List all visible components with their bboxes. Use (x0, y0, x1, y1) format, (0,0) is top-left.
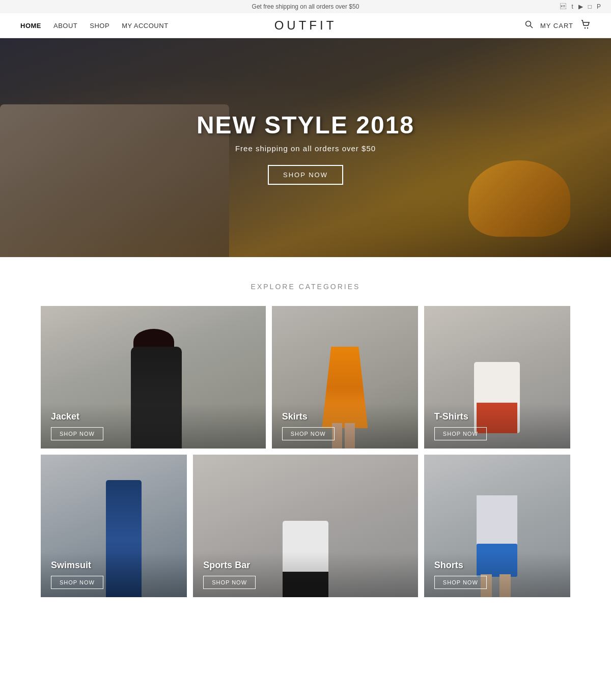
hero-cloth-deco (0, 104, 229, 257)
facebook-icon[interactable]:  (560, 3, 566, 10)
shorts-top (477, 495, 517, 546)
svg-point-0 (525, 21, 531, 26)
category-info-sportsbar: Sports Bar SHOP NOW (193, 552, 418, 597)
category-card-jacket[interactable]: Jacket SHOP NOW (41, 306, 266, 449)
free-shipping-message: Get free shipping on all orders over $50 (252, 3, 359, 10)
main-nav: HOME ABOUT SHOP MY ACCOUNT (20, 22, 169, 30)
hero-cta-button[interactable]: SHOP NOW (268, 165, 343, 185)
social-icons-container:  t ▶ □ P (560, 3, 601, 10)
shop-now-swimsuit[interactable]: SHOP NOW (51, 576, 103, 589)
category-info-shorts: Shorts SHOP NOW (424, 552, 570, 597)
category-info-jacket: Jacket SHOP NOW (41, 403, 266, 449)
category-info-skirts: Skirts SHOP NOW (272, 403, 418, 449)
pinterest-icon[interactable]: P (597, 3, 601, 10)
instagram-icon[interactable]: □ (588, 3, 592, 10)
twitter-icon[interactable]: t (571, 3, 573, 10)
hero-title: NEW STYLE 2018 (197, 111, 414, 139)
nav-home[interactable]: HOME (20, 22, 41, 30)
category-name-skirts: Skirts (282, 411, 408, 422)
categories-section: EXPLORE CATEGORIES Jacket SHOP NOW (0, 257, 611, 618)
svg-line-1 (530, 26, 533, 29)
category-info-tshirts: T-Shirts SHOP NOW (424, 403, 570, 449)
nav-account[interactable]: MY ACCOUNT (122, 22, 168, 30)
hero-section: NEW STYLE 2018 Free shipping on all orde… (0, 38, 611, 257)
cart-icon[interactable] (580, 19, 591, 32)
hero-subtitle: Free shipping on all orders over $50 (235, 144, 376, 153)
site-logo[interactable]: OUTFIT (274, 18, 337, 33)
category-card-sportsbar[interactable]: Sports Bar SHOP NOW (193, 455, 418, 597)
categories-grid-bottom: Swimsuit SHOP NOW Sports Bar SHOP NOW (41, 455, 570, 597)
svg-point-2 (585, 27, 586, 29)
hero-shoe-deco (468, 160, 570, 237)
shop-now-tshirts[interactable]: SHOP NOW (434, 427, 487, 440)
category-info-swimsuit: Swimsuit SHOP NOW (41, 552, 187, 597)
search-icon[interactable] (525, 20, 533, 31)
categories-grid-top: Jacket SHOP NOW Skirts SHOP NOW (41, 306, 570, 449)
shop-now-shorts[interactable]: SHOP NOW (434, 576, 487, 589)
header-right: MY CART (525, 19, 591, 32)
svg-point-3 (587, 27, 588, 29)
category-name-sportsbar: Sports Bar (203, 560, 408, 571)
top-bar: Get free shipping on all orders over $50… (0, 0, 611, 13)
category-card-swimsuit[interactable]: Swimsuit SHOP NOW (41, 455, 187, 597)
category-card-tshirts[interactable]: T-Shirts SHOP NOW (424, 306, 570, 449)
nav-shop[interactable]: SHOP (90, 22, 109, 30)
youtube-icon[interactable]: ▶ (578, 3, 583, 10)
shop-now-sportsbar[interactable]: SHOP NOW (203, 576, 256, 589)
category-name-shorts: Shorts (434, 560, 560, 571)
category-card-shorts[interactable]: Shorts SHOP NOW (424, 455, 570, 597)
category-name-tshirts: T-Shirts (434, 411, 560, 422)
shop-now-skirts[interactable]: SHOP NOW (282, 427, 335, 440)
category-name-jacket: Jacket (51, 411, 256, 422)
category-card-skirts[interactable]: Skirts SHOP NOW (272, 306, 418, 449)
category-name-swimsuit: Swimsuit (51, 560, 177, 571)
categories-title: EXPLORE CATEGORIES (41, 283, 570, 291)
header: HOME ABOUT SHOP MY ACCOUNT OUTFIT MY CAR… (0, 13, 611, 38)
cart-label[interactable]: MY CART (540, 22, 573, 30)
shop-now-jacket[interactable]: SHOP NOW (51, 427, 103, 440)
nav-about[interactable]: ABOUT (53, 22, 77, 30)
